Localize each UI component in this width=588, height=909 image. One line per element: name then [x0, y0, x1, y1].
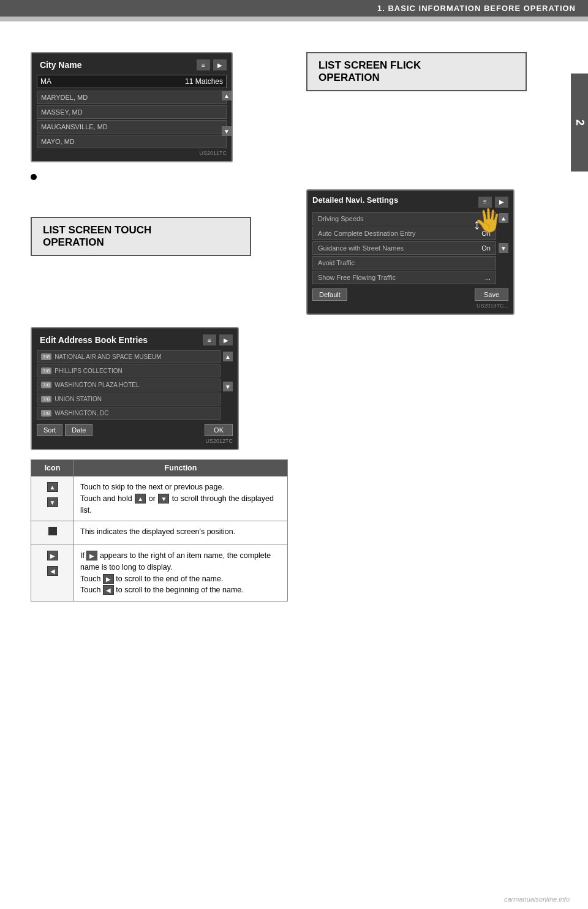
address-book-screen: Edit Address Book Entries ≡ ▶ 7/8 NATION…	[31, 327, 239, 450]
navi-item-5[interactable]: Show Free Flowing Traffic ...	[312, 271, 496, 284]
screen-icon-btn[interactable]: ≡	[197, 59, 210, 70]
navi-default-btn[interactable]: Default	[312, 289, 347, 301]
page-header: 1. BASIC INFORMATION BEFORE OPERATION	[0, 0, 588, 17]
addr-icon-btn[interactable]: ≡	[203, 334, 216, 345]
navi-arrow-btn[interactable]: ▶	[495, 197, 508, 208]
icon-function-table: Icon Function ▲ ▼	[31, 459, 288, 602]
gray-divider	[0, 17, 588, 21]
bullet-dot-icon	[31, 174, 37, 180]
addr-bottom-bar: Sort Date OK	[37, 424, 233, 436]
inline-left-icon: ◀	[103, 585, 114, 595]
scroll-down-btn[interactable]: ▼	[222, 126, 232, 136]
city-item-2[interactable]: MASSEY, MD	[37, 105, 227, 119]
icon-cell-3: ▶ ◀	[31, 545, 74, 602]
addr-icon-3: 7/8	[41, 382, 51, 388]
table-row-3: ▶ ◀ If ▶ appears to the right of an item…	[31, 545, 288, 602]
function-text-3: If ▶ appears to the right of an item nam…	[80, 551, 271, 594]
city-name-title: City Name	[37, 58, 85, 72]
addr-icon-5: 7/8	[41, 410, 51, 417]
scroll-up-btn[interactable]: ▲	[222, 91, 232, 100]
function-cell-2: This indicates the displayed screen's po…	[74, 521, 288, 545]
function-cell-3: If ▶ appears to the right of an item nam…	[74, 545, 288, 602]
icon-cell-2	[31, 521, 74, 545]
screen-arrow-btn[interactable]: ▶	[213, 59, 227, 70]
navi-header: Detailed Navi. Settings ≡ ▶	[312, 195, 508, 208]
navi-item-3[interactable]: Guidance with Street Names On	[312, 241, 496, 255]
top-section: City Name ≡ ▶ MA 11 Matches MARYDEL, MD …	[31, 52, 557, 315]
function-text-2: This indicates the displayed screen's po…	[80, 527, 235, 536]
position-indicator-icon	[48, 527, 57, 535]
addr-title: Edit Address Book Entries	[37, 333, 151, 347]
navi-scroll-down[interactable]: ▼	[499, 243, 508, 253]
inline-right-icon: ▶	[86, 551, 97, 560]
right-bottom-col	[306, 327, 557, 602]
search-text: MA	[40, 77, 51, 86]
addr-scroll-up[interactable]: ▲	[223, 352, 233, 361]
ok-btn[interactable]: OK	[205, 424, 233, 436]
date-btn[interactable]: Date	[65, 424, 92, 436]
addr-name-5: WASHINGTON, DC	[55, 410, 108, 417]
flick-heading-line2: OPERATION	[318, 72, 514, 84]
function-text-1: Touch to skip to the next or previous pa…	[80, 483, 274, 515]
flick-heading-line1: LIST SCREEN FLICK	[318, 59, 514, 72]
table-row-2: This indicates the displayed screen's po…	[31, 521, 288, 545]
table-col-icon: Icon	[31, 460, 74, 477]
down-page-icon: ▼	[47, 497, 58, 507]
navi-bottom-bar: Default Save	[312, 289, 508, 301]
addr-name-4: UNION STATION	[55, 396, 102, 402]
function-cell-1: Touch to skip to the next or previous pa…	[74, 477, 288, 521]
inline-right-icon-2: ▶	[103, 574, 114, 584]
left-arrow-icon: ◀	[47, 566, 58, 576]
sort-btn[interactable]: Sort	[37, 424, 62, 436]
touch-heading: LIST SCREEN TOUCH OPERATION	[31, 217, 251, 256]
addr-name-3: WASHINGTON PLAZA HOTEL	[55, 382, 139, 388]
navi-icon-btn[interactable]: ≡	[478, 197, 492, 208]
city-name-screen: City Name ≡ ▶ MA 11 Matches MARYDEL, MD …	[31, 52, 233, 162]
inline-up-icon: ▲	[135, 494, 146, 504]
addr-arrow-btn[interactable]: ▶	[219, 334, 233, 345]
navi-item-2[interactable]: Auto Complete Destination Entry On	[312, 227, 496, 240]
search-bar: MA 11 Matches	[37, 75, 227, 88]
city-item-4[interactable]: MAYO, MD	[37, 135, 227, 148]
addr-header: Edit Address Book Entries ≡ ▶	[37, 333, 233, 347]
bullet-item	[31, 172, 288, 180]
screen-header: City Name ≡ ▶	[37, 58, 227, 72]
navi-item-4[interactable]: Avoid Traffic	[312, 256, 496, 270]
hand-gesture-icon: 🖐	[475, 208, 502, 233]
addr-item-4[interactable]: 7/8 UNION STATION	[37, 393, 221, 405]
addr-item-1[interactable]: 7/8 NATIONAL AIR AND SPACE MUSEUM	[37, 350, 221, 363]
site-watermark: carmanualsonline.info	[504, 896, 570, 903]
addr-item-2[interactable]: 7/8 PHILLIPS COLLECTION	[37, 364, 221, 377]
touch-section: LIST SCREEN TOUCH OPERATION	[31, 217, 288, 268]
city-item-3[interactable]: MAUGANSVILLE, MD	[37, 120, 227, 134]
addr-scroll-down[interactable]: ▼	[223, 382, 233, 391]
address-section: Edit Address Book Entries ≡ ▶ 7/8 NATION…	[31, 327, 288, 602]
bottom-section: Edit Address Book Entries ≡ ▶ 7/8 NATION…	[31, 327, 557, 602]
navi-save-btn[interactable]: Save	[475, 289, 508, 301]
addr-item-5[interactable]: 7/8 WASHINGTON, DC	[37, 407, 221, 420]
addr-icon-4: 7/8	[41, 396, 51, 402]
addr-icon-1: 7/8	[41, 353, 51, 360]
navi-item-1[interactable]: Driving Speeds	[312, 212, 496, 225]
flick-heading: LIST SCREEN FLICK OPERATION	[306, 52, 527, 91]
page-header-title: 1. BASIC INFORMATION BEFORE OPERATION	[377, 4, 576, 13]
table-row-1: ▲ ▼ Touch to skip to the next or previou…	[31, 477, 288, 521]
icon-cell-1: ▲ ▼	[31, 477, 74, 521]
screen-icons: ≡ ▶	[197, 59, 227, 70]
addr-icons: ≡ ▶	[203, 334, 233, 345]
main-content: City Name ≡ ▶ MA 11 Matches MARYDEL, MD …	[0, 34, 588, 620]
addr-icon-2: 7/8	[41, 368, 51, 374]
watermark-city: US2011TC	[37, 150, 227, 156]
inline-down-icon: ▼	[158, 494, 169, 504]
touch-heading-line1: LIST SCREEN TOUCH	[43, 224, 239, 236]
addr-item-3[interactable]: 7/8 WASHINGTON PLAZA HOTEL	[37, 379, 221, 391]
table-col-function: Function	[74, 460, 288, 477]
touch-heading-line2: OPERATION	[43, 236, 239, 249]
addr-watermark: US2012TC	[37, 438, 233, 444]
match-count: 11 Matches	[185, 77, 223, 86]
navi-watermark: US2013TC...	[312, 303, 508, 309]
left-column: City Name ≡ ▶ MA 11 Matches MARYDEL, MD …	[31, 52, 288, 315]
bullet-section	[31, 172, 288, 180]
city-item-1[interactable]: MARYDEL, MD	[37, 91, 227, 104]
right-arrow-icon: ▶	[47, 551, 58, 560]
